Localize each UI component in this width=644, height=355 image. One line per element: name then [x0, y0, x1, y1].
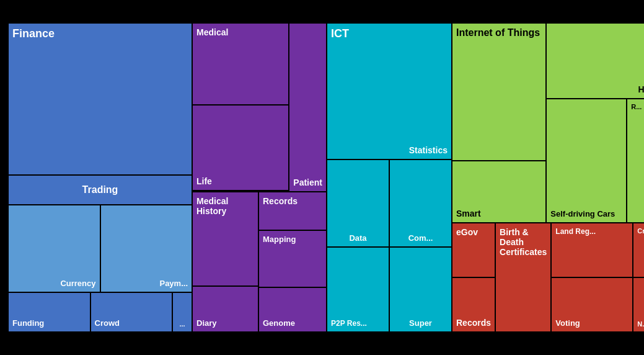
funding-cell[interactable]: Funding [9, 293, 90, 331]
currency-label: Currency [60, 279, 95, 288]
land-label: Land Reg... [555, 227, 596, 236]
funding-label: Funding [12, 318, 44, 328]
genome-label: Genome [263, 318, 295, 328]
records-purple-label: Records [263, 196, 298, 206]
dots-cell[interactable]: ... [173, 293, 192, 331]
genome-cell[interactable]: Genome [259, 288, 326, 331]
iot-self-r-row: Self-driving Cars R... &... [547, 99, 644, 222]
voting-cell[interactable]: Voting [552, 278, 632, 331]
iot-cri-n-col: Cri... N... [633, 223, 644, 331]
ict-bot: P2P Res... Super [327, 248, 451, 331]
smart-label: Smart [456, 209, 481, 218]
medical-bot-left: Medical History Diary [193, 192, 258, 331]
medical-history-label: Medical History [196, 196, 254, 216]
self-driving-cell[interactable]: Self-driving Cars [547, 99, 626, 222]
ict-label: ICT [331, 27, 349, 40]
finance-cell[interactable]: Finance [9, 24, 192, 174]
finance-column: Finance Trading Currency Paym... Funding… [9, 24, 192, 331]
medical-cell[interactable]: Medical [193, 24, 288, 104]
iot-column: Internet of Things Smart Homes Self-driv… [452, 24, 644, 331]
patient-label: Patient [293, 178, 322, 187]
p2p-cell[interactable]: P2P Res... [327, 248, 389, 331]
ict-column: ICT Statistics Data Com... P2P Res... Su… [327, 24, 451, 331]
smart-cell[interactable]: Smart [452, 161, 545, 222]
com-label: Com... [408, 233, 433, 243]
mapping-cell[interactable]: Mapping [259, 231, 326, 287]
records-red-label: Records [456, 318, 491, 328]
medical-bottom: Medical History Diary Records Mapping Ge… [193, 192, 326, 331]
r-and-label: R... &... [631, 103, 644, 110]
crowd-cell[interactable]: Crowd [91, 293, 172, 331]
finance-label: Finance [12, 27, 55, 40]
diary-cell[interactable]: Diary [193, 287, 258, 331]
iot-right-sub: Homes Self-driving Cars R... &... [547, 24, 644, 222]
payment-label: Paym... [159, 279, 188, 288]
currency-cell[interactable]: Currency [9, 205, 100, 292]
p2p-label: P2P Res... [331, 319, 367, 328]
finance-bottom-row: Funding Crowd ... [9, 293, 192, 331]
homes-cell[interactable]: Homes [547, 24, 644, 98]
n-cell[interactable]: N... [633, 278, 644, 331]
records-red-cell[interactable]: Records [452, 278, 495, 331]
iot-land-col: Land Reg... Voting [552, 223, 632, 331]
crowd-label: Crowd [95, 318, 120, 328]
iot-top-section: Internet of Things Smart Homes Self-driv… [452, 24, 644, 222]
iot-label: Internet of Things [456, 27, 540, 38]
medical-bot-right: Records Mapping Genome [259, 192, 326, 331]
medical-label: Medical [196, 27, 228, 37]
birth-death-label: Birth & Death Certificates [500, 227, 547, 257]
records-purple-cell[interactable]: Records [259, 192, 326, 230]
diary-label: Diary [196, 318, 217, 328]
mapping-label: Mapping [263, 235, 296, 244]
medical-top-left: Medical Life [193, 24, 288, 191]
super-label: Super [409, 318, 432, 328]
egov-cell[interactable]: eGov [452, 223, 495, 277]
treemap: Finance Trading Currency Paym... Funding… [7, 22, 637, 333]
patient-cell[interactable]: Patient [289, 24, 326, 191]
land-cell[interactable]: Land Reg... [552, 223, 632, 277]
life-cell[interactable]: Life [193, 106, 288, 190]
statistics-label: Statistics [409, 145, 448, 155]
self-driving-label: Self-driving Cars [550, 209, 615, 218]
birth-death-cell[interactable]: Birth & Death Certificates [496, 223, 550, 331]
egov-label: eGov [456, 227, 478, 237]
medical-history-cell[interactable]: Medical History [193, 192, 258, 285]
data-label: Data [349, 233, 366, 243]
ict-mid: Data Com... [327, 160, 451, 246]
medical-column: Medical Life Patient Medical History Dia… [193, 24, 326, 331]
trading-cell[interactable]: Trading [9, 176, 192, 204]
n-label: N... [637, 320, 644, 328]
ict-cell[interactable]: ICT Statistics [327, 24, 451, 159]
homes-label: Homes [638, 84, 644, 94]
life-label: Life [196, 176, 212, 186]
super-cell[interactable]: Super [390, 248, 451, 331]
cri-cell[interactable]: Cri... [633, 223, 644, 277]
voting-label: Voting [555, 318, 580, 328]
trading-label: Trading [82, 184, 118, 195]
iot-cell[interactable]: Internet of Things [452, 24, 545, 160]
medical-top: Medical Life Patient [193, 24, 326, 191]
finance-mid-row: Currency Paym... [9, 205, 192, 292]
data-cell[interactable]: Data [327, 160, 389, 246]
iot-bottom-section: eGov Records Birth & Death Certificates … [452, 223, 644, 331]
iot-left: Internet of Things Smart [452, 24, 545, 222]
dots-label: ... [179, 320, 185, 328]
cri-label: Cri... [637, 227, 644, 235]
iot-gov-col: eGov Records [452, 223, 495, 331]
r-and-cell[interactable]: R... &... [627, 99, 644, 222]
com-cell[interactable]: Com... [390, 160, 451, 246]
payment-cell[interactable]: Paym... [101, 205, 192, 292]
